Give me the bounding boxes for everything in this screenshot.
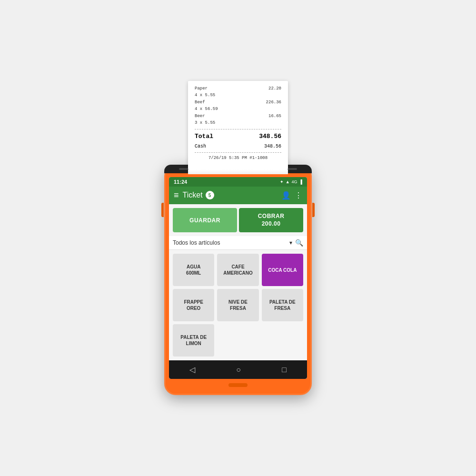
- receipt-item-row-2: Beer 16.65: [195, 113, 281, 120]
- receipt-paper: Paper 22.20 4 x 5.55 Beef 226.36 4 x 56.…: [188, 81, 288, 169]
- receipt-cash-row: Cash 348.56: [195, 143, 281, 150]
- product-item-paleta-de-fresa[interactable]: PALETA DEFRESA: [262, 289, 303, 321]
- receipt-total-row: Total 348.56: [195, 132, 281, 141]
- chevron-down-icon: ▾: [289, 239, 292, 246]
- receipt-item-detail-0: 4 x 5.55: [195, 92, 281, 99]
- status-bar: 11:24 ✦ ▲ 4G ▐: [169, 177, 307, 187]
- receipt-item-row-1: Beef 226.36: [195, 99, 281, 106]
- app-bar-title-group: Ticket 5: [183, 191, 278, 199]
- recent-apps-icon[interactable]: □: [282, 366, 287, 374]
- action-buttons-row: GUARDAR COBRAR 200.00: [169, 204, 307, 236]
- receipt-item-amount-2: 16.65: [268, 113, 281, 120]
- app-bar: ≡ Ticket 5 👤 ⋮: [169, 187, 307, 204]
- back-nav-icon[interactable]: ◁: [189, 365, 195, 374]
- side-button-left[interactable]: [161, 203, 164, 217]
- receipt-divider-1: [195, 129, 281, 129]
- guardar-button[interactable]: GUARDAR: [173, 208, 237, 232]
- category-label: Todos los artículos: [173, 239, 220, 246]
- product-item-nive-de-fresa[interactable]: NIVE DEFRESA: [217, 289, 258, 321]
- receipt-item-row: Paper 22.20: [195, 86, 281, 92]
- side-button-right[interactable]: [312, 203, 315, 217]
- more-options-icon[interactable]: ⋮: [295, 191, 302, 200]
- device-home-button[interactable]: [228, 383, 248, 387]
- product-grid: AGUA600ML CAFEAMERICANO COCA COLA FRAPPE…: [169, 250, 307, 360]
- app-title-text: Ticket: [183, 191, 203, 199]
- receipt-divider-2: [195, 152, 281, 153]
- network-icon: 4G: [292, 179, 298, 184]
- receipt-item-name-1: Beef: [195, 99, 205, 106]
- receipt-total-label: Total: [195, 132, 213, 141]
- cobrar-label: COBRAR: [258, 213, 285, 219]
- status-icons: ✦ ▲ 4G ▐: [280, 179, 302, 184]
- hamburger-menu-icon[interactable]: ≡: [174, 190, 179, 200]
- search-icon[interactable]: 🔍: [295, 239, 303, 247]
- device-bottom: [169, 379, 307, 388]
- receipt-item-detail-text-2: 3 x 5.55: [195, 120, 215, 127]
- signal-icon: ▲: [286, 179, 290, 184]
- product-item-paleta-de-limon[interactable]: PALETA DELIMON: [173, 324, 214, 357]
- product-item-coca-cola[interactable]: COCA COLA: [262, 254, 303, 286]
- product-item-cafe-americano[interactable]: CAFEAMERICANO: [217, 254, 258, 286]
- home-nav-icon[interactable]: ○: [236, 366, 241, 374]
- cobrar-amount: 200.00: [262, 220, 281, 227]
- receipt-item-detail-1: 4 x 56.59: [195, 106, 281, 113]
- battery-icon: ▐: [299, 179, 302, 184]
- receipt-item-amount: 22.20: [268, 86, 281, 92]
- receipt-item-name-2: Beer: [195, 113, 205, 120]
- ticket-count-badge: 5: [206, 191, 214, 199]
- receipt-footer: 7/26/19 5:35 PM #1-1008: [195, 155, 281, 162]
- receipt-item-amount-1: 226.36: [266, 99, 281, 106]
- receipt-item-detail-text: 4 x 5.55: [195, 92, 215, 99]
- receipt-item-name: Paper: [195, 86, 208, 92]
- receipt-cash-label: Cash: [195, 143, 206, 150]
- receipt-cash-amount: 348.56: [264, 143, 281, 150]
- receipt-paper-container: Paper 22.20 4 x 5.55 Beef 226.36 4 x 56.…: [188, 81, 288, 174]
- app-bar-actions: 👤 ⋮: [281, 191, 302, 200]
- navigation-bar: ◁ ○ □: [169, 360, 307, 379]
- status-time: 11:24: [174, 179, 187, 185]
- filter-bar: Todos los artículos ▾ 🔍: [169, 236, 307, 250]
- pos-device: Paper 22.20 4 x 5.55 Beef 226.36 4 x 56.…: [162, 81, 314, 395]
- cobrar-button[interactable]: COBRAR 200.00: [239, 208, 303, 232]
- product-item-agua[interactable]: AGUA600ML: [173, 254, 214, 286]
- receipt-item-detail-2: 3 x 5.55: [195, 120, 281, 127]
- add-customer-icon[interactable]: 👤: [281, 191, 291, 200]
- bluetooth-icon: ✦: [280, 179, 284, 184]
- device-screen: 11:24 ✦ ▲ 4G ▐ ≡ Ticket 5 👤: [169, 177, 307, 379]
- category-dropdown[interactable]: Todos los artículos ▾: [173, 239, 292, 246]
- receipt-item-detail-text-1: 4 x 56.59: [195, 106, 218, 113]
- receipt-total-amount: 348.56: [259, 132, 281, 141]
- device-body: 11:24 ✦ ▲ 4G ▐ ≡ Ticket 5 👤: [164, 165, 312, 395]
- receipt-fold: [188, 169, 288, 174]
- product-item-frappe-oreo[interactable]: FRAPPEOREO: [173, 289, 214, 321]
